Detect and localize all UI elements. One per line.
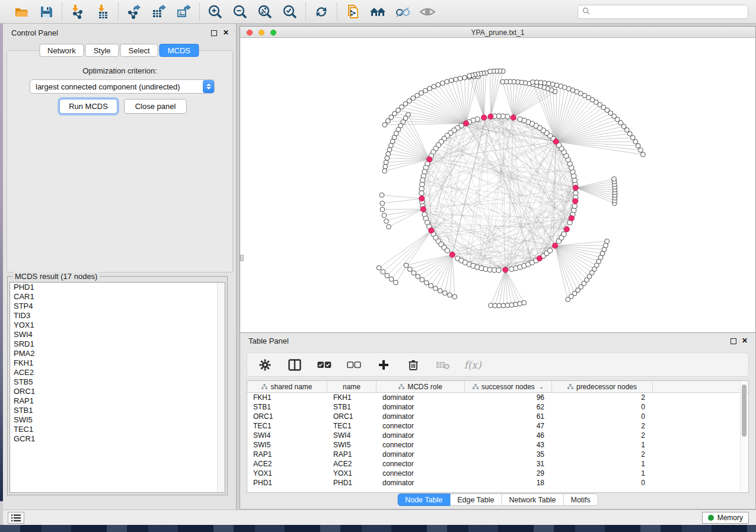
table-row[interactable]: STB1STB1dominator620 — [247, 402, 748, 412]
table-row[interactable]: ORC1ORC1dominator610 — [247, 412, 748, 421]
table-row[interactable]: ACE2ACE2connector311 — [247, 459, 748, 469]
table-cell[interactable]: 35 — [465, 450, 552, 459]
deselect-all-icon[interactable] — [347, 358, 361, 372]
show-graphics-details-icon[interactable] — [419, 4, 436, 20]
table-cell[interactable]: dominator — [377, 431, 465, 440]
table-cell[interactable]: 46 — [465, 431, 552, 440]
tab-style[interactable]: Style — [85, 44, 119, 57]
table-cell[interactable]: 0 — [552, 478, 653, 488]
result-list-scrollbar[interactable] — [217, 283, 225, 492]
table-cell[interactable]: 2 — [552, 421, 653, 431]
table-cell[interactable]: RAP1 — [327, 450, 377, 459]
table-scrollbar[interactable] — [740, 382, 747, 492]
column-header-successor-nodes[interactable]: successor nodes⌄ — [465, 381, 552, 392]
table-cell[interactable]: ORC1 — [327, 412, 377, 421]
table-cell[interactable]: TEC1 — [327, 421, 377, 431]
result-list-item[interactable]: TEC1 — [10, 425, 225, 434]
table-cell[interactable]: 0 — [552, 402, 653, 412]
table-row[interactable]: RAP1RAP1dominator352 — [247, 450, 748, 459]
import-network-icon[interactable] — [69, 4, 86, 20]
run-mcds-button[interactable]: Run MCDS — [59, 99, 117, 114]
task-history-button[interactable] — [8, 512, 24, 524]
network-window-titlebar[interactable]: YPA_prune.txt_1 — [240, 27, 755, 38]
table-row[interactable]: TEC1TEC1connector472 — [247, 421, 748, 431]
tab-node-table[interactable]: Node Table — [397, 493, 450, 506]
refresh-layout-icon[interactable] — [313, 4, 330, 20]
column-header-mcds-role[interactable]: MCDS role — [377, 381, 465, 392]
result-list-item[interactable]: SRD1 — [10, 339, 225, 349]
table-cell[interactable]: SWI5 — [247, 440, 327, 450]
table-cell[interactable]: ACE2 — [327, 459, 377, 469]
table-cell[interactable]: YOX1 — [327, 469, 377, 478]
table-cell[interactable]: RAP1 — [247, 450, 327, 459]
zoom-in-icon[interactable] — [207, 4, 224, 20]
column-selector-icon[interactable] — [288, 358, 302, 372]
table-row[interactable]: SWI5SWI5connector431 — [247, 440, 748, 450]
result-list-item[interactable]: STB5 — [10, 377, 225, 387]
export-table-icon[interactable] — [151, 4, 167, 20]
table-cell[interactable]: 61 — [465, 412, 552, 421]
table-row[interactable]: FKH1FKH1dominator962 — [247, 393, 748, 402]
result-list-item[interactable]: CAR1 — [10, 292, 225, 302]
table-cell[interactable]: dominator — [377, 402, 465, 412]
mcds-result-list[interactable]: PHD1CAR1STP4TID3YOX1SWI4SRD1PMA2FKH1ACE2… — [9, 282, 225, 493]
table-cell[interactable]: SWI4 — [247, 431, 327, 440]
result-list-item[interactable]: SWI5 — [10, 415, 225, 425]
table-row[interactable]: PHD1PHD1dominator180 — [247, 478, 748, 488]
session-homes-icon[interactable] — [369, 4, 386, 20]
tab-select[interactable]: Select — [120, 44, 158, 57]
table-cell[interactable]: 1 — [552, 440, 653, 450]
table-cell[interactable]: SWI5 — [327, 440, 377, 450]
open-file-icon[interactable] — [13, 4, 30, 20]
table-cell[interactable]: 62 — [465, 402, 552, 412]
export-network-icon[interactable] — [126, 4, 142, 20]
table-cell[interactable]: connector — [377, 421, 465, 431]
tab-edge-table[interactable]: Edge Table — [450, 493, 502, 506]
table-cell[interactable]: 96 — [465, 393, 552, 402]
result-list-item[interactable]: YOX1 — [10, 321, 225, 330]
zoom-out-icon[interactable] — [232, 4, 248, 20]
table-cell[interactable]: 1 — [552, 469, 653, 478]
share-network-document-icon[interactable] — [344, 4, 361, 20]
column-header-name[interactable]: name — [327, 381, 377, 392]
result-list-item[interactable]: STP4 — [10, 302, 225, 311]
result-list-item[interactable]: TID3 — [10, 311, 225, 321]
table-cell[interactable]: SWI4 — [327, 431, 377, 440]
table-row[interactable]: SWI4SWI4dominator462 — [247, 431, 748, 440]
table-cell[interactable]: dominator — [377, 393, 465, 402]
table-cell[interactable]: PHD1 — [247, 478, 327, 488]
result-list-item[interactable]: ORC1 — [10, 387, 225, 396]
table-cell[interactable]: 2 — [552, 393, 653, 402]
table-cell[interactable]: connector — [377, 440, 465, 450]
table-cell[interactable]: 18 — [465, 478, 552, 488]
tab-mcds[interactable]: MCDS — [160, 44, 199, 57]
zoom-selected-icon[interactable] — [282, 4, 298, 20]
tab-network-table[interactable]: Network Table — [502, 493, 564, 506]
table-cell[interactable]: 43 — [465, 440, 552, 450]
table-row[interactable]: YOX1YOX1connector291 — [247, 469, 748, 478]
table-cell[interactable]: STB1 — [247, 402, 327, 412]
table-cell[interactable]: connector — [377, 469, 465, 478]
criterion-dropdown[interactable]: largest connected component (undirected) — [30, 79, 215, 94]
save-icon[interactable] — [38, 4, 55, 20]
tab-network[interactable]: Network — [39, 44, 84, 57]
result-list-item[interactable]: ACE2 — [10, 368, 225, 377]
table-cell[interactable]: 29 — [465, 469, 552, 478]
table-cell[interactable]: dominator — [377, 478, 465, 488]
table-scrollbar-thumb[interactable] — [742, 384, 747, 437]
close-panel-icon[interactable]: ✕ — [742, 338, 748, 344]
table-cell[interactable]: 0 — [552, 412, 653, 421]
panel-splitter-handle[interactable] — [240, 255, 244, 261]
add-row-icon[interactable] — [377, 358, 391, 372]
table-cell[interactable]: ORC1 — [247, 412, 327, 421]
result-list-item[interactable]: PHD1 — [10, 283, 225, 292]
column-header-predecessor-nodes[interactable]: predecessor nodes — [552, 381, 653, 392]
result-list-item[interactable]: FKH1 — [10, 358, 225, 368]
table-cell[interactable]: 47 — [465, 421, 552, 431]
memory-button[interactable]: Memory — [702, 512, 749, 524]
network-graph[interactable] — [240, 38, 755, 332]
float-panel-icon[interactable] — [731, 338, 736, 344]
network-canvas[interactable] — [240, 38, 755, 332]
tab-motifs[interactable]: Motifs — [563, 493, 598, 506]
result-list-item[interactable]: RAP1 — [10, 396, 225, 406]
